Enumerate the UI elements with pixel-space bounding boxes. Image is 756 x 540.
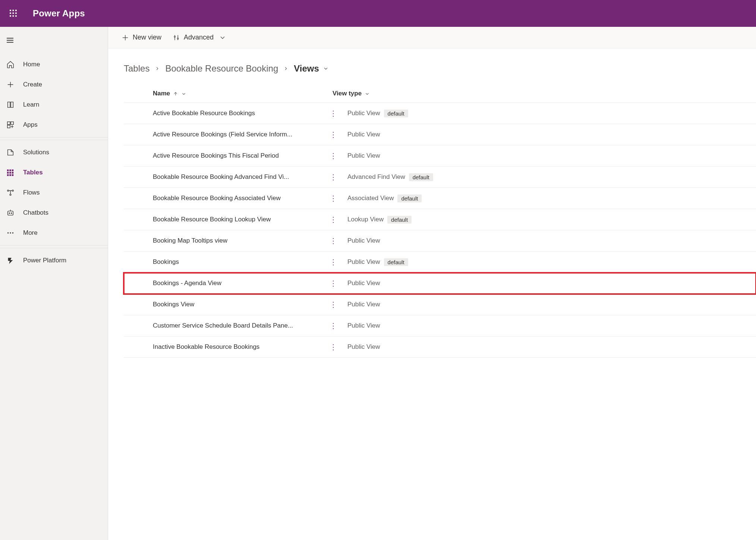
svg-rect-7 [13, 15, 14, 17]
nav-item-chatbots[interactable]: Chatbots [0, 203, 108, 223]
cell-view-name[interactable]: Active Bookable Resource Bookings [124, 110, 333, 117]
nav-item-solutions[interactable]: Solutions [0, 142, 108, 162]
svg-rect-18 [7, 174, 9, 176]
table-row[interactable]: Active Resource Bookings (Field Service … [124, 124, 756, 145]
view-type-label: Associated View [347, 195, 394, 202]
waffle-icon [10, 10, 17, 17]
breadcrumb-current: Views [294, 63, 319, 74]
chevron-down-icon [365, 91, 370, 96]
command-bar: New view Advanced [108, 27, 756, 48]
app-launcher-button[interactable] [4, 4, 22, 22]
table-row[interactable]: Bookings View⋮Public View [124, 294, 756, 315]
sort-ascending-icon [173, 91, 178, 96]
chevron-right-icon [155, 66, 160, 71]
cell-view-name[interactable]: Inactive Bookable Resource Bookings [124, 343, 333, 351]
cell-view-type: Public View [333, 343, 508, 351]
cell-view-name[interactable]: Customer Service Schedule Board Details … [124, 322, 333, 329]
views-grid: Name View type Active Bookable Resource … [108, 84, 756, 358]
nav-collapse-button[interactable] [0, 31, 108, 50]
row-more-button[interactable]: ⋮ [330, 131, 337, 138]
row-more-button[interactable]: ⋮ [330, 173, 337, 181]
row-more-button[interactable]: ⋮ [330, 195, 337, 202]
nav-item-create[interactable]: Create [0, 75, 108, 95]
svg-rect-19 [9, 174, 11, 176]
row-more-button[interactable]: ⋮ [330, 301, 337, 308]
nav-item-apps[interactable]: Apps [0, 115, 108, 135]
nav-item-flows[interactable]: Flows [0, 183, 108, 203]
advanced-button[interactable]: Advanced [171, 31, 228, 44]
view-type-label: Public View [347, 258, 380, 266]
nav-item-more[interactable]: More [0, 223, 108, 243]
row-more-button[interactable]: ⋮ [330, 280, 337, 287]
column-header-label: Name [153, 90, 170, 97]
column-header-viewtype[interactable]: View type [333, 90, 459, 97]
svg-point-26 [11, 213, 12, 214]
chevron-right-icon [283, 66, 289, 71]
chevron-down-icon [219, 34, 226, 41]
sliders-icon [173, 34, 180, 41]
default-badge: default [384, 110, 408, 117]
table-row[interactable]: Booking Map Tooltips view⋮Public View [124, 230, 756, 252]
column-header-label: View type [333, 90, 362, 97]
nav-item-learn[interactable]: Learn [0, 95, 108, 115]
row-more-button[interactable]: ⋮ [330, 110, 337, 117]
row-more-button[interactable]: ⋮ [330, 343, 337, 351]
svg-point-25 [9, 213, 10, 214]
row-more-button[interactable]: ⋮ [330, 322, 337, 329]
nav-item-home[interactable]: Home [0, 54, 108, 75]
table-row[interactable]: Customer Service Schedule Board Details … [124, 315, 756, 337]
breadcrumb: Tables Bookable Resource Booking Views [108, 48, 756, 84]
row-more-button[interactable]: ⋮ [330, 258, 337, 266]
svg-rect-0 [10, 10, 11, 11]
cell-view-name[interactable]: Booking Map Tooltips view [124, 237, 333, 244]
nav-item-tables[interactable]: Tables [0, 162, 108, 183]
row-more-button[interactable]: ⋮ [330, 216, 337, 223]
tables-icon [6, 168, 15, 177]
view-type-label: Advanced Find View [347, 173, 405, 181]
table-row[interactable]: Bookable Resource Booking Associated Vie… [124, 188, 756, 209]
cell-view-name[interactable]: Bookable Resource Booking Advanced Find … [124, 173, 333, 181]
cell-view-name[interactable]: Bookings [124, 258, 333, 266]
table-row[interactable]: Bookable Resource Booking Lookup View⋮Lo… [124, 209, 756, 230]
svg-point-31 [177, 38, 179, 39]
view-type-label: Public View [347, 237, 380, 244]
cell-view-name[interactable]: Bookings View [124, 301, 333, 308]
row-more-button[interactable]: ⋮ [330, 237, 337, 244]
view-type-label: Public View [347, 110, 380, 117]
breadcrumb-tables[interactable]: Tables [124, 63, 149, 74]
breadcrumb-entity[interactable]: Bookable Resource Booking [165, 63, 278, 74]
cell-view-name[interactable]: Active Resource Bookings (Field Service … [124, 131, 333, 138]
nav-item-label: Solutions [23, 149, 49, 156]
table-row[interactable]: Bookings - Agenda View⋮Public View [124, 273, 756, 294]
table-row[interactable]: Bookable Resource Booking Advanced Find … [124, 167, 756, 188]
nav-item-power-platform[interactable]: Power Platform [0, 250, 108, 271]
table-row[interactable]: Inactive Bookable Resource Bookings⋮Publ… [124, 337, 756, 358]
cell-view-type: Public Viewdefault [333, 110, 508, 117]
chevron-down-icon [181, 91, 186, 96]
cell-view-name[interactable]: Bookings - Agenda View [124, 280, 333, 287]
svg-rect-6 [10, 15, 11, 17]
chatbots-icon [6, 208, 15, 217]
cell-view-name[interactable]: Bookable Resource Booking Associated Vie… [124, 195, 333, 202]
new-view-button[interactable]: New view [120, 31, 163, 44]
cell-view-type: Lookup Viewdefault [333, 216, 508, 224]
cell-view-name[interactable]: Bookable Resource Booking Lookup View [124, 216, 333, 223]
nav-item-label: Apps [23, 121, 38, 129]
command-label: New view [133, 34, 161, 41]
suite-header: Power Apps [0, 0, 756, 27]
nav-item-label: Create [23, 81, 42, 88]
column-header-name[interactable]: Name [124, 90, 333, 97]
cell-view-type: Public View [333, 301, 508, 308]
svg-rect-15 [7, 172, 9, 174]
svg-rect-3 [10, 13, 11, 14]
chevron-down-icon[interactable] [323, 66, 329, 72]
table-row[interactable]: Active Resource Bookings This Fiscal Per… [124, 145, 756, 167]
left-nav: Home Create Learn Apps [0, 27, 108, 540]
svg-rect-13 [9, 170, 11, 171]
cell-view-name[interactable]: Active Resource Bookings This Fiscal Per… [124, 152, 333, 160]
table-row[interactable]: Active Bookable Resource Bookings⋮Public… [124, 103, 756, 124]
table-row[interactable]: Bookings⋮Public Viewdefault [124, 252, 756, 273]
row-more-button[interactable]: ⋮ [330, 152, 337, 160]
nav-item-label: Chatbots [23, 209, 48, 217]
svg-point-22 [12, 190, 14, 192]
